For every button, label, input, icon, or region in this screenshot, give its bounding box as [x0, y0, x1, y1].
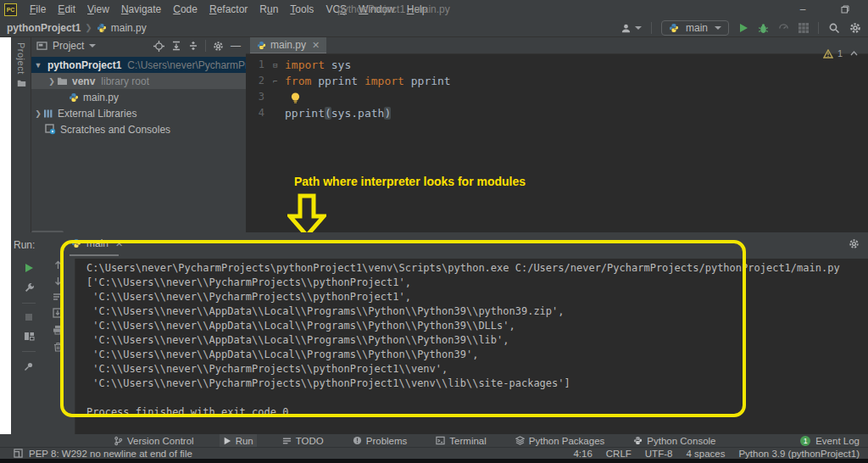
caret-position[interactable]: 4:16 [573, 449, 592, 459]
run-panel-settings-button[interactable] [849, 238, 860, 249]
hide-panel-button[interactable]: — [231, 40, 241, 52]
file-encoding[interactable]: UTF-8 [645, 449, 673, 459]
interpreter-selector[interactable]: Python 3.9 (pythonProject1) [738, 449, 860, 459]
line-ending[interactable]: CRLF [606, 449, 632, 459]
tool-window-bar: Version Control Run TODO Problems Termin… [0, 434, 868, 447]
chevron-collapsed-icon[interactable]: ❯ [47, 77, 57, 86]
menu-refactor[interactable]: Refactor [203, 0, 253, 19]
fold-marker-icon[interactable]: ⌐ [273, 74, 277, 90]
status-message[interactable]: PEP 8: W292 no newline at end of file [29, 449, 192, 459]
run-tab-main[interactable]: main ✕ [71, 237, 123, 249]
trash-icon [53, 342, 63, 352]
run-configuration-selector[interactable]: main [661, 20, 729, 36]
run-with-coverage-button[interactable] [798, 23, 809, 33]
pin-tab-button[interactable] [24, 361, 34, 371]
tree-row-main-py[interactable]: main.py [31, 89, 246, 105]
line-number: 2 [249, 73, 264, 89]
tree-row-scratches[interactable]: Scratches and Consoles [31, 121, 246, 137]
debug-button[interactable] [758, 23, 769, 34]
tree-item-name: pythonProject1 [47, 59, 121, 71]
chevron-collapsed-icon[interactable]: ❯ [33, 109, 43, 118]
toolwindow-event-log[interactable]: 1 Event Log [800, 436, 860, 446]
minimize-button[interactable]: – [797, 3, 809, 15]
down-stacktrace-button[interactable] [53, 276, 63, 286]
tree-row-project-root[interactable]: ▼ pythonProject1 C:\Users\never\PycharmP… [31, 57, 246, 73]
console-output[interactable]: C:\Users\never\PycharmProjects\pythonPro… [75, 259, 868, 434]
menu-view[interactable]: View [81, 0, 115, 19]
breadcrumb-file[interactable]: main.py [111, 22, 147, 34]
scratches-icon [45, 124, 56, 135]
code-line-4: pprint(sys.path) [285, 105, 391, 121]
menu-run[interactable]: Run [253, 0, 284, 19]
print-button[interactable] [53, 325, 63, 335]
chevron-expanded-icon[interactable]: ▼ [33, 61, 43, 70]
tree-item-suffix: library root [101, 75, 149, 87]
search-icon [828, 22, 840, 34]
menu-edit[interactable]: Edit [52, 0, 81, 19]
pycharm-logo-icon[interactable]: PC [4, 3, 17, 16]
tool-stripe-project[interactable]: Project [11, 42, 31, 87]
close-tab-icon[interactable]: ✕ [115, 238, 123, 249]
run-button[interactable] [738, 23, 748, 33]
editor-tab-main-py[interactable]: main.py ✕ [250, 37, 326, 53]
window-title: pythonProject1 - main.py [337, 0, 450, 19]
settings-button[interactable] [849, 22, 861, 34]
toolwindow-run[interactable]: Run [220, 434, 257, 447]
gear-icon [849, 238, 860, 249]
edit-run-config-button[interactable] [24, 282, 35, 293]
intention-bulb-icon[interactable] [290, 92, 301, 104]
panel-options-button[interactable] [213, 41, 224, 52]
clear-console-button[interactable] [53, 342, 63, 352]
stop-button[interactable] [25, 313, 33, 321]
project-panel-title[interactable]: Project [53, 40, 84, 52]
menu-code[interactable]: Code [167, 0, 203, 19]
git-branch-icon [114, 436, 123, 446]
close-tab-icon[interactable]: ✕ [312, 40, 320, 51]
menu-file[interactable]: File [24, 0, 52, 19]
chevron-up-icon[interactable] [850, 51, 858, 56]
console-line: 'C:\\Users\\never\\AppData\\Local\\Progr… [86, 320, 515, 332]
window-layout-icon[interactable] [14, 449, 23, 458]
rerun-button[interactable] [24, 263, 34, 273]
indent-setting[interactable]: 4 spaces [686, 449, 725, 459]
search-everywhere-button[interactable] [828, 22, 840, 34]
console-line: 'C:\\Users\\never\\PycharmProjects\\pyth… [86, 291, 411, 303]
project-folder-icon [17, 79, 26, 87]
up-stacktrace-button[interactable] [53, 260, 63, 270]
console-line: 'C:\\Users\\never\\PycharmProjects\\pyth… [86, 377, 570, 389]
wrench-icon [24, 282, 35, 293]
code-line-2: from pprint import pprint [285, 73, 451, 89]
chevron-down-icon[interactable] [89, 44, 96, 47]
toolwindow-version-control[interactable]: Version Control [110, 434, 198, 447]
menu-navigate[interactable]: Navigate [115, 0, 167, 19]
maximize-button[interactable] [841, 5, 853, 14]
toolwindow-problems[interactable]: Problems [349, 434, 411, 447]
stop-icon [25, 313, 33, 321]
scroll-to-end-button[interactable] [53, 308, 63, 318]
toolwindow-python-console[interactable]: Python Console [630, 434, 719, 447]
menu-tools[interactable]: Tools [284, 0, 320, 19]
fold-marker-icon[interactable]: ⊟ [273, 58, 277, 74]
profile-button[interactable] [778, 23, 789, 34]
chevron-down-icon [715, 26, 721, 30]
breadcrumb-project[interactable]: pythonProject1 [7, 22, 81, 34]
soft-wrap-button[interactable] [53, 293, 63, 301]
restore-layout-button[interactable] [24, 331, 35, 342]
user-profile-button[interactable] [620, 23, 642, 34]
project-view-icon [36, 42, 47, 51]
inspections-widget[interactable]: 1 [823, 48, 858, 59]
toolwindow-todo[interactable]: TODO [279, 434, 327, 447]
expand-all-button[interactable] [171, 41, 181, 51]
chevron-down-icon [635, 26, 642, 30]
locate-file-button[interactable] [153, 41, 164, 52]
tree-row-venv[interactable]: ❯ venv library root [31, 73, 246, 89]
warning-count: 1 [837, 48, 843, 59]
toolwindow-terminal[interactable]: Terminal [432, 434, 489, 447]
play-icon [24, 263, 34, 273]
project-stripe-label: Project [16, 42, 26, 75]
event-log-badge: 1 [800, 436, 810, 446]
collapse-all-button[interactable] [188, 41, 198, 51]
tree-row-external-libraries[interactable]: ❯ External Libraries [31, 105, 246, 121]
console-line: 'C:\\Users\\never\\AppData\\Local\\Progr… [86, 334, 509, 346]
toolwindow-python-packages[interactable]: Python Packages [512, 434, 609, 447]
